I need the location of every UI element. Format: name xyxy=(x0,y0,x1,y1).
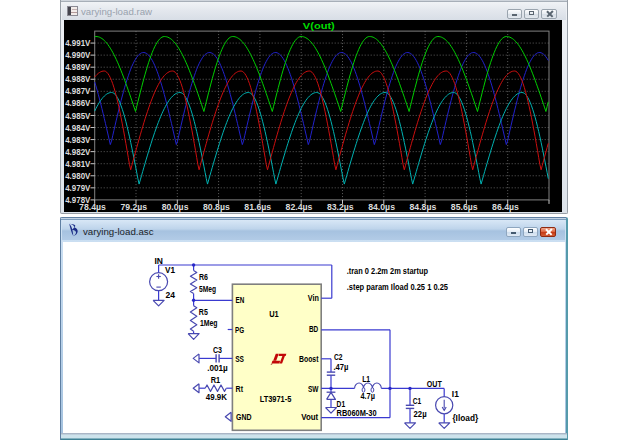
svg-text:4.7µ: 4.7µ xyxy=(360,391,375,401)
svg-text:L1: L1 xyxy=(362,374,370,384)
svg-text:85.6µs: 85.6µs xyxy=(451,202,478,212)
svg-text:Boost: Boost xyxy=(299,354,319,364)
svg-text:24: 24 xyxy=(166,290,176,300)
svg-text:4.986V: 4.986V xyxy=(65,98,90,108)
svg-text:4.982V: 4.982V xyxy=(65,146,90,156)
svg-text:Vout: Vout xyxy=(301,412,318,422)
svg-text:{Iload}: {Iload} xyxy=(452,413,479,423)
svg-text:4.985V: 4.985V xyxy=(65,110,90,120)
svg-text:4.990V: 4.990V xyxy=(65,50,90,60)
svg-text:C1: C1 xyxy=(413,396,422,406)
svg-text:4.988V: 4.988V xyxy=(65,74,90,84)
svg-text:.001µ: .001µ xyxy=(207,363,228,373)
svg-text:R6: R6 xyxy=(199,272,208,282)
svg-text:83.2µs: 83.2µs xyxy=(327,202,354,212)
svg-text:LT3971-5: LT3971-5 xyxy=(260,394,292,404)
svg-text:R5: R5 xyxy=(199,307,208,317)
svg-text:OUT: OUT xyxy=(427,379,442,389)
svg-text:C3: C3 xyxy=(213,345,222,355)
svg-text:80.8µs: 80.8µs xyxy=(203,202,230,212)
svg-text:EN: EN xyxy=(236,295,245,305)
svg-text:V1: V1 xyxy=(165,265,175,275)
svg-text:RB060M-30: RB060M-30 xyxy=(337,408,377,418)
svg-text:4.980V: 4.980V xyxy=(65,170,90,180)
svg-text:84.0µs: 84.0µs xyxy=(368,202,395,212)
svg-text:.47µ: .47µ xyxy=(334,362,349,372)
svg-text:C2: C2 xyxy=(334,352,343,362)
svg-text:IN: IN xyxy=(155,256,164,266)
svg-text:U1: U1 xyxy=(269,309,279,319)
svg-text:I1: I1 xyxy=(452,389,459,399)
svg-text:5Meg: 5Meg xyxy=(199,284,216,294)
svg-text:4.983V: 4.983V xyxy=(65,134,90,144)
svg-text:4.981V: 4.981V xyxy=(65,158,90,168)
svg-text:22µ: 22µ xyxy=(414,409,427,419)
svg-text:86.4µs: 86.4µs xyxy=(492,202,519,212)
svg-text:Rt: Rt xyxy=(236,384,244,394)
svg-text:BD: BD xyxy=(309,324,318,334)
svg-text:81.6µs: 81.6µs xyxy=(244,202,271,212)
svg-text:SS: SS xyxy=(235,354,244,364)
svg-text:.step param Iload 0.25 1 0.25: .step param Iload 0.25 1 0.25 xyxy=(347,282,449,292)
svg-text:SW: SW xyxy=(308,384,319,394)
svg-text:R1: R1 xyxy=(211,375,221,385)
svg-text:GND: GND xyxy=(236,412,252,422)
svg-text:79.2µs: 79.2µs xyxy=(120,202,147,212)
svg-text:4.979V: 4.979V xyxy=(65,182,90,192)
svg-text:4.984V: 4.984V xyxy=(65,122,90,132)
svg-text:84.8µs: 84.8µs xyxy=(410,202,437,212)
svg-text:78.4µs: 78.4µs xyxy=(79,202,106,212)
svg-text:Vin: Vin xyxy=(308,293,319,303)
svg-text:49.9K: 49.9K xyxy=(206,392,227,402)
svg-text:PG: PG xyxy=(235,325,244,335)
svg-text:4.987V: 4.987V xyxy=(65,86,90,96)
svg-text:82.4µs: 82.4µs xyxy=(286,202,313,212)
svg-text:1Meg: 1Meg xyxy=(200,318,218,328)
svg-text:80.0µs: 80.0µs xyxy=(162,202,189,212)
svg-text:4.989V: 4.989V xyxy=(65,62,90,72)
svg-text:.tran 0 2.2m 2m startup: .tran 0 2.2m 2m startup xyxy=(347,266,428,276)
svg-text:4.991V: 4.991V xyxy=(65,38,90,48)
svg-text:V(out): V(out) xyxy=(303,21,335,31)
